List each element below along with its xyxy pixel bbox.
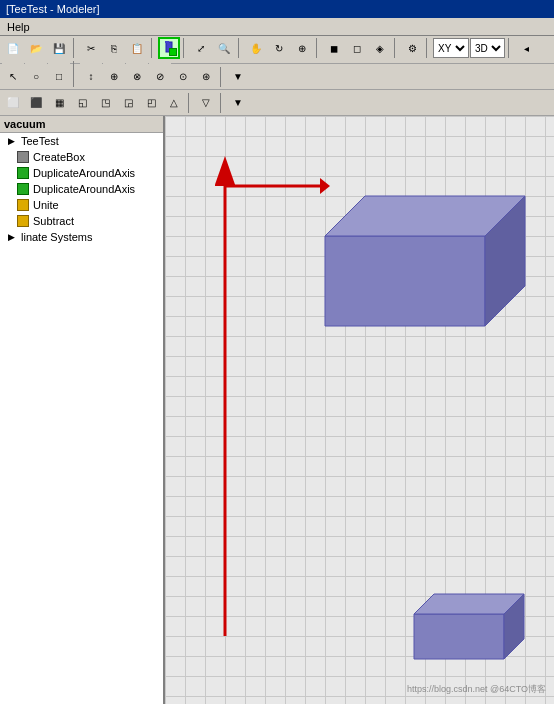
copy-button[interactable]: ⎘ [103,37,125,59]
tree-item-dup2[interactable]: DuplicateAroundAxis [0,181,163,197]
plane-select[interactable]: XYXZYZ [433,38,469,58]
coordsys-label: linate Systems [21,231,93,243]
tree-header: vacuum [0,116,163,133]
left-panel: vacuum ▶ TeeTest CreateBox DuplicateArou… [0,116,165,704]
op5-button[interactable]: ⊙ [172,66,194,88]
shape9-button[interactable]: ▽ [195,92,217,114]
unite-label: Unite [33,199,59,211]
green-indicator [169,48,177,56]
sel-circle-button[interactable]: ○ [25,66,47,88]
sketch-point-button[interactable] [158,37,180,59]
tree-item-createbox[interactable]: CreateBox [0,149,163,165]
view-select[interactable]: 3D2D [470,38,505,58]
open-button[interactable]: 📂 [25,37,47,59]
down2-button[interactable]: ▼ [227,92,249,114]
zoom-fit-button[interactable]: ⤢ [190,37,212,59]
teetest-label: TeeTest [21,135,59,147]
coordsys-icon: ▶ [4,230,18,244]
main-area: vacuum ▶ TeeTest CreateBox DuplicateArou… [0,116,554,704]
down-arrow-button[interactable]: ▼ [227,66,249,88]
dup1-label: DuplicateAroundAxis [33,167,135,179]
sel-rect-button[interactable]: □ [48,66,70,88]
sep-2 [151,38,155,58]
sep-3 [183,38,187,58]
shape4-button[interactable]: ◱ [71,92,93,114]
render-mixed-button[interactable]: ◈ [369,37,391,59]
render-shaded-button[interactable]: ◼ [323,37,345,59]
sep-t2 [73,67,77,87]
svg-rect-1 [165,41,169,43]
dup1-icon [16,166,30,180]
zoom-button[interactable]: ⊕ [291,37,313,59]
sep-6 [394,38,398,58]
zoom-in-button[interactable]: 🔍 [213,37,235,59]
watermark: https://blog.csdn.net @64CTO博客 [407,683,546,696]
rotate-button[interactable]: ↻ [268,37,290,59]
sep-5 [316,38,320,58]
dup2-icon [16,182,30,196]
shape2-button[interactable]: ⬛ [25,92,47,114]
subtract-icon [16,214,30,228]
shape7-button[interactable]: ◰ [140,92,162,114]
cut-button[interactable]: ✂ [80,37,102,59]
op3-button[interactable]: ⊗ [126,66,148,88]
sep-t3 [188,93,192,113]
svg-marker-5 [414,614,504,659]
sel-arrow-button[interactable]: ↖ [2,66,24,88]
op4-button[interactable]: ⊘ [149,66,171,88]
sep-8 [508,38,512,58]
shape3-button[interactable]: ▦ [48,92,70,114]
dup2-label: DuplicateAroundAxis [33,183,135,195]
createbox-label: CreateBox [33,151,85,163]
sep-7 [426,38,430,58]
toolbar-row-3: ⬜ ⬛ ▦ ◱ ◳ ◲ ◰ △ ▽ ▼ [0,90,554,116]
unite-icon [16,198,30,212]
new-button[interactable]: 📄 [2,37,24,59]
shape8-button[interactable]: △ [163,92,185,114]
pan-button[interactable]: ✋ [245,37,267,59]
tree-item-dup1[interactable]: DuplicateAroundAxis [0,165,163,181]
tree-item-subtract[interactable]: Subtract [0,213,163,229]
op2-button[interactable]: ⊕ [103,66,125,88]
shape6-button[interactable]: ◲ [117,92,139,114]
sep-1 [73,38,77,58]
shape5-button[interactable]: ◳ [94,92,116,114]
toolbar-row-2: ↖ ○ □ ↕ ⊕ ⊗ ⊘ ⊙ ⊛ ▼ [0,64,554,90]
createbox-icon [16,150,30,164]
save-button[interactable]: 💾 [48,37,70,59]
teetest-icon: ▶ [4,134,18,148]
op6-button[interactable]: ⊛ [195,66,217,88]
misc1-button[interactable]: ◂ [515,37,537,59]
svg-marker-2 [325,236,485,326]
sep-t2b [220,67,224,87]
shape1-button[interactable]: ⬜ [2,92,24,114]
viewport[interactable]: https://blog.csdn.net @64CTO博客 [165,116,554,704]
tree-item-coordsys[interactable]: ▶ linate Systems [0,229,163,245]
sep-4 [238,38,242,58]
op1-button[interactable]: ↕ [80,66,102,88]
subtract-label: Subtract [33,215,74,227]
3d-box-large [285,176,554,356]
settings-button[interactable]: ⚙ [401,37,423,59]
render-wire-button[interactable]: ◻ [346,37,368,59]
title-bar: [TeeTest - Modeler] [0,0,554,18]
toolbar-row-1: 📄 📂 💾 ✂ ⎘ 📋 ⤢ 🔍 ✋ ↻ ⊕ ◼ ◻ ◈ ⚙ XYXZYZ 3D2… [0,36,554,64]
sep-t3b [220,93,224,113]
menu-bar: Help [0,18,554,36]
menu-help[interactable]: Help [4,20,33,34]
tree-item-teetest[interactable]: ▶ TeeTest [0,133,163,149]
paste-button[interactable]: 📋 [126,37,148,59]
tree-item-unite[interactable]: Unite [0,197,163,213]
title-text: [TeeTest - Modeler] [6,3,100,15]
3d-box-small [394,574,544,674]
